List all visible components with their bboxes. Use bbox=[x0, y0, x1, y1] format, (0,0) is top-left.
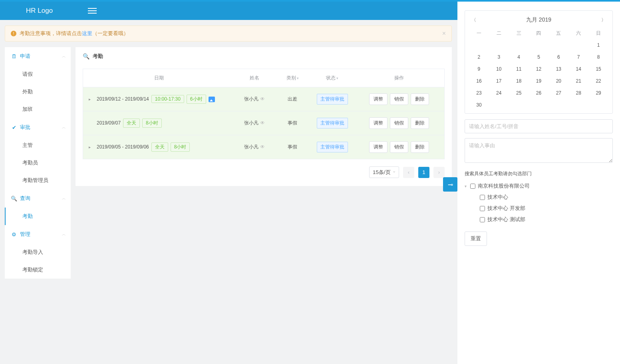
pagination: 15条/页 ‹ 1 › bbox=[83, 166, 445, 178]
cal-day[interactable]: 30 bbox=[469, 99, 489, 111]
image-icon[interactable] bbox=[209, 97, 215, 102]
tree-node[interactable]: 技术中心 开发部 bbox=[474, 203, 613, 214]
menu-group-apply[interactable]: 🗓申请︿ bbox=[5, 47, 71, 65]
cal-day[interactable]: 26 bbox=[529, 87, 549, 99]
dept-checkbox[interactable] bbox=[480, 195, 485, 200]
tree-node[interactable]: 技术中心 测试部 bbox=[474, 214, 613, 225]
cal-day[interactable]: 10 bbox=[489, 63, 509, 75]
delete-button[interactable]: 删除 bbox=[411, 117, 429, 129]
tree-root[interactable]: ▾南京科技股份有限公司 bbox=[465, 180, 613, 192]
cal-day[interactable]: 27 bbox=[548, 87, 568, 99]
cal-day[interactable]: 13 bbox=[548, 63, 568, 75]
name-search-input[interactable] bbox=[465, 119, 613, 133]
cal-day[interactable]: 14 bbox=[568, 63, 588, 75]
cal-day[interactable]: 5 bbox=[529, 51, 549, 63]
cal-day[interactable]: 29 bbox=[588, 87, 608, 99]
adjust-button[interactable]: 调整 bbox=[369, 141, 388, 153]
tree-node[interactable]: 技术中心 bbox=[474, 192, 613, 203]
cal-title: 九月 2019 bbox=[526, 16, 551, 24]
key-toggle-button[interactable]: ⊸ bbox=[443, 177, 457, 192]
cal-day[interactable]: 4 bbox=[509, 51, 529, 63]
close-icon[interactable]: × bbox=[442, 30, 446, 37]
chevron-down-icon: ▾ bbox=[465, 184, 470, 188]
cal-day[interactable]: 1 bbox=[588, 39, 608, 51]
sidebar-item[interactable]: 考勤导入 bbox=[5, 243, 71, 261]
dept-checkbox[interactable] bbox=[480, 206, 485, 211]
cal-next-button[interactable]: 〉 bbox=[601, 17, 606, 24]
reset-button[interactable]: 重置 bbox=[465, 231, 487, 246]
sidebar: 🗓申请︿ 请假外勤加班 ✔审批︿ 主管考勤员考勤管理员 🔍查询︿ 考勤 ⚙管理︿… bbox=[5, 47, 71, 279]
menu-group-query[interactable]: 🔍查询︿ bbox=[5, 189, 71, 208]
menu-group-manage[interactable]: ⚙管理︿ bbox=[5, 225, 71, 243]
sidebar-item[interactable]: 考勤 bbox=[5, 208, 71, 225]
time-tag: 全天 bbox=[151, 142, 168, 152]
adjust-button[interactable]: 调整 bbox=[369, 93, 388, 105]
status-badge: 主管待审批 bbox=[317, 142, 348, 152]
cancel-leave-button[interactable]: 销假 bbox=[390, 93, 408, 105]
delete-button[interactable]: 删除 bbox=[411, 93, 429, 105]
dept-tree: ▾南京科技股份有限公司 技术中心技术中心 开发部技术中心 测试部 bbox=[465, 180, 613, 225]
cal-day[interactable]: 8 bbox=[588, 51, 608, 63]
search-icon: 🔍 bbox=[83, 53, 89, 59]
check-icon: ✔ bbox=[10, 125, 18, 131]
cal-day[interactable]: 6 bbox=[548, 51, 568, 63]
cal-dow: 四 bbox=[529, 28, 549, 39]
expand-icon[interactable]: ▸ bbox=[89, 97, 93, 101]
eye-icon[interactable]: 👁 bbox=[260, 144, 265, 150]
cal-day[interactable]: 21 bbox=[568, 75, 588, 87]
dept-checkbox[interactable] bbox=[480, 217, 485, 222]
filter-panel: 〈 九月 2019 〉 一二三四五六日123456789101112131415… bbox=[457, 2, 620, 284]
notice-link[interactable]: 这里 bbox=[82, 30, 92, 37]
cal-day[interactable]: 16 bbox=[469, 75, 489, 87]
cal-day[interactable]: 23 bbox=[469, 87, 489, 99]
sidebar-item[interactable]: 考勤锁定 bbox=[5, 261, 71, 279]
sort-icon: ▾ bbox=[297, 76, 299, 80]
sidebar-item[interactable]: 外勤 bbox=[5, 83, 71, 101]
sidebar-item[interactable]: 考勤管理员 bbox=[5, 172, 71, 189]
sidebar-item[interactable]: 请假 bbox=[5, 65, 71, 83]
cal-day[interactable]: 25 bbox=[509, 87, 529, 99]
notice-banner: ! 考勤注意事项，详情请点击 这里 （一定要看哦） × bbox=[5, 26, 452, 42]
menu-group-approve[interactable]: ✔审批︿ bbox=[5, 118, 71, 136]
cal-day[interactable]: 19 bbox=[529, 75, 549, 87]
cancel-leave-button[interactable]: 销假 bbox=[390, 117, 408, 129]
chevron-up-icon: ︿ bbox=[62, 196, 66, 201]
sidebar-item[interactable]: 考勤员 bbox=[5, 154, 71, 172]
eye-icon[interactable]: 👁 bbox=[260, 96, 265, 102]
calendar: 〈 九月 2019 〉 一二三四五六日123456789101112131415… bbox=[465, 10, 613, 114]
cal-prev-button[interactable]: 〈 bbox=[471, 17, 476, 24]
cal-day[interactable]: 24 bbox=[489, 87, 509, 99]
cancel-leave-button[interactable]: 销假 bbox=[390, 141, 408, 153]
time-tag: 全天 bbox=[123, 119, 140, 128]
col-type[interactable]: 类别▾ bbox=[274, 69, 310, 87]
cal-day[interactable]: 17 bbox=[489, 75, 509, 87]
cal-day[interactable]: 7 bbox=[568, 51, 588, 63]
attendance-panel: 🔍考勤 日期 姓名 类别▾ 状态▾ 操作 ▸2019/09/12 - 2019/… bbox=[76, 47, 452, 186]
table-row: ▸2019/09/12 - 2019/09/1410:00-17:306小时张小… bbox=[83, 87, 444, 111]
col-status[interactable]: 状态▾ bbox=[311, 69, 354, 87]
sidebar-item[interactable]: 加班 bbox=[5, 101, 71, 118]
cal-day[interactable]: 3 bbox=[489, 51, 509, 63]
eye-icon[interactable]: 👁 bbox=[260, 120, 265, 126]
reason-input[interactable] bbox=[465, 138, 613, 163]
cal-day[interactable]: 28 bbox=[568, 87, 588, 99]
adjust-button[interactable]: 调整 bbox=[369, 117, 388, 129]
next-page-button[interactable]: › bbox=[433, 167, 445, 178]
sidebar-item[interactable]: 主管 bbox=[5, 136, 71, 154]
page-size-select[interactable]: 15条/页 bbox=[369, 166, 399, 178]
delete-button[interactable]: 删除 bbox=[411, 141, 429, 153]
cal-day[interactable]: 2 bbox=[469, 51, 489, 63]
cal-day[interactable]: 9 bbox=[469, 63, 489, 75]
cal-day[interactable]: 22 bbox=[588, 75, 608, 87]
cal-day[interactable]: 18 bbox=[509, 75, 529, 87]
cal-day[interactable]: 11 bbox=[509, 63, 529, 75]
search-icon: 🔍 bbox=[10, 196, 18, 202]
cal-day[interactable]: 15 bbox=[588, 63, 608, 75]
page-number-button[interactable]: 1 bbox=[418, 167, 429, 178]
expand-icon[interactable]: ▸ bbox=[89, 145, 93, 149]
menu-toggle-icon[interactable] bbox=[88, 6, 97, 15]
prev-page-button[interactable]: ‹ bbox=[403, 167, 414, 178]
cal-day[interactable]: 12 bbox=[529, 63, 549, 75]
cal-day[interactable]: 20 bbox=[548, 75, 568, 87]
dept-checkbox[interactable] bbox=[470, 184, 475, 189]
